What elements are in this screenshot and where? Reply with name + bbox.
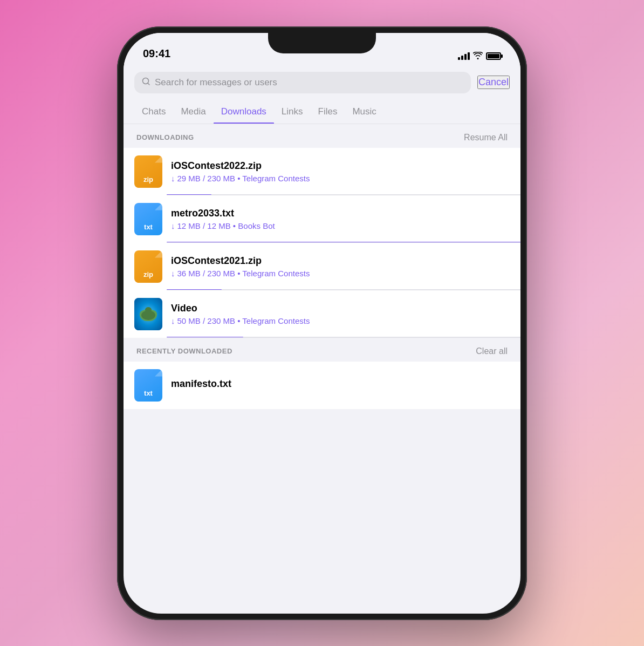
file-size-1: 29 MB / 230 MB • Telegram Contests xyxy=(177,174,310,183)
file-meta-4: ↓ 50 MB / 230 MB • Telegram Contests xyxy=(171,316,510,325)
downloading-label: DOWNLOADING xyxy=(136,133,194,141)
file-name-2: metro2033.txt xyxy=(171,208,510,219)
file-icon-zip-1: zip xyxy=(134,155,162,188)
file-icon-manifesto: txt xyxy=(134,369,162,402)
file-icon-label-2: txt xyxy=(134,223,162,231)
file-icon-zip-3: zip xyxy=(134,250,162,283)
search-bar-row: Search for messages or users Cancel xyxy=(124,65,520,100)
file-icon-video-4 xyxy=(134,298,162,330)
cancel-button[interactable]: Cancel xyxy=(477,76,510,89)
file-icon-label-1: zip xyxy=(134,175,162,183)
file-item-4[interactable]: Video ↓ 50 MB / 230 MB • Telegram Contes… xyxy=(124,290,520,338)
file-info-1: iOSContest2022.zip ↓ 29 MB / 230 MB • Te… xyxy=(171,160,510,183)
signal-bars-icon xyxy=(458,52,470,60)
file-icon-txt-2: txt xyxy=(134,203,162,235)
file-name-manifesto: manifesto.txt xyxy=(171,378,510,390)
file-name-4: Video xyxy=(171,303,510,314)
file-name-3: iOSContest2021.zip xyxy=(171,255,510,267)
file-meta-3: ↓ 36 MB / 230 MB • Telegram Contests xyxy=(171,269,510,278)
tabs-row: Chats Media Downloads Links Files Music xyxy=(124,100,520,124)
tab-downloads[interactable]: Downloads xyxy=(214,100,274,124)
file-item-3[interactable]: zip iOSContest2021.zip ↓ 36 MB / 230 MB … xyxy=(124,243,520,290)
battery-fill xyxy=(488,54,499,58)
tab-files[interactable]: Files xyxy=(311,100,345,124)
tab-chats[interactable]: Chats xyxy=(134,100,173,124)
notch xyxy=(268,33,376,53)
download-arrow-1: ↓ xyxy=(171,174,175,183)
file-info-3: iOSContest2021.zip ↓ 36 MB / 230 MB • Te… xyxy=(171,255,510,278)
search-magnifier-icon xyxy=(142,77,150,88)
file-icon-label-manifesto: txt xyxy=(134,389,162,397)
file-list: zip iOSContest2022.zip ↓ 29 MB / 230 MB … xyxy=(124,148,520,338)
recently-section-header: RECENTLY DOWNLOADED Clear all xyxy=(124,338,520,362)
search-input-wrapper[interactable]: Search for messages or users xyxy=(134,72,471,93)
file-item-manifesto[interactable]: txt manifesto.txt xyxy=(124,362,520,409)
screen-body: Search for messages or users Cancel Chat… xyxy=(124,65,520,614)
resume-all-button[interactable]: Resume All xyxy=(464,133,508,142)
progress-bar-4 xyxy=(167,337,520,338)
file-size-4: 50 MB / 230 MB • Telegram Contests xyxy=(177,316,310,325)
clear-all-button[interactable]: Clear all xyxy=(476,346,508,356)
status-time: 09:41 xyxy=(143,47,170,61)
signal-bar-3 xyxy=(464,54,467,60)
phone-frame: 09:41 xyxy=(117,26,527,620)
file-item-2[interactable]: txt metro2033.txt ↓ 12 MB / 12 MB • Book… xyxy=(124,195,520,243)
file-size-3: 36 MB / 230 MB • Telegram Contests xyxy=(177,269,310,278)
file-icon-label-3: zip xyxy=(134,270,162,278)
tab-music[interactable]: Music xyxy=(345,100,383,124)
file-size-2: 12 MB / 12 MB • Books Bot xyxy=(177,221,275,230)
download-arrow-2: ↓ xyxy=(171,221,175,230)
signal-bar-1 xyxy=(458,57,460,60)
file-info-4: Video ↓ 50 MB / 230 MB • Telegram Contes… xyxy=(171,303,510,325)
search-placeholder: Search for messages or users xyxy=(155,77,277,88)
video-thumbnail xyxy=(134,298,162,330)
file-info-2: metro2033.txt ↓ 12 MB / 12 MB • Books Bo… xyxy=(171,208,510,230)
battery-icon xyxy=(486,52,501,60)
download-arrow-4: ↓ xyxy=(171,316,175,325)
signal-bar-2 xyxy=(461,56,463,60)
file-item-1[interactable]: zip iOSContest2022.zip ↓ 29 MB / 230 MB … xyxy=(124,148,520,195)
progress-fill-4 xyxy=(167,337,243,338)
downloading-section-header: DOWNLOADING Resume All xyxy=(124,124,520,148)
recently-downloaded-label: RECENTLY DOWNLOADED xyxy=(136,347,232,355)
wifi-icon xyxy=(473,52,483,61)
signal-bar-4 xyxy=(468,52,470,60)
file-name-1: iOSContest2022.zip xyxy=(171,160,510,172)
download-arrow-3: ↓ xyxy=(171,269,175,278)
file-info-manifesto: manifesto.txt xyxy=(171,378,510,392)
phone-screen: 09:41 xyxy=(124,33,520,614)
file-meta-1: ↓ 29 MB / 230 MB • Telegram Contests xyxy=(171,174,510,183)
status-icons xyxy=(458,52,501,61)
tab-media[interactable]: Media xyxy=(173,100,213,124)
file-meta-2: ↓ 12 MB / 12 MB • Books Bot xyxy=(171,221,510,230)
tab-links[interactable]: Links xyxy=(274,100,311,124)
